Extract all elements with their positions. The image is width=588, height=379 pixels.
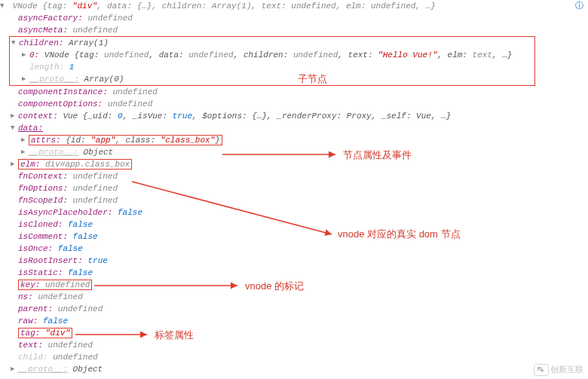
value: undefined bbox=[371, 2, 415, 11]
value: "Hello Vue!" bbox=[378, 50, 437, 60]
value: undefined bbox=[293, 50, 338, 60]
prop-name: data: bbox=[18, 124, 43, 133]
prop-name: elm: bbox=[20, 160, 40, 169]
prop-text[interactable]: text: undefined bbox=[0, 339, 588, 351]
summary-text: } bbox=[215, 136, 220, 145]
num: 0 bbox=[118, 112, 123, 121]
summary-text: VNode {tag: bbox=[13, 2, 72, 11]
value: undefined bbox=[291, 2, 335, 11]
caret-down-icon: ▼ bbox=[11, 122, 18, 134]
value: undefined bbox=[68, 26, 118, 35]
prop-length[interactable]: length: 1 bbox=[11, 61, 533, 73]
value: false bbox=[68, 232, 98, 241]
watermark: 创新互联 bbox=[534, 364, 583, 376]
value: false bbox=[63, 220, 93, 229]
prop-name: isOnce: bbox=[18, 244, 53, 253]
prop-name: __proto__: bbox=[29, 148, 78, 157]
prop-fnScopeId[interactable]: fnScopeId: undefined bbox=[0, 194, 588, 206]
vnode-root-line[interactable]: ▼ VNode {tag: "div", data: {…}, children… bbox=[0, 0, 588, 12]
prop-isCloned[interactable]: isCloned: false bbox=[0, 219, 588, 231]
prop-proto-root[interactable]: ▶__proto__: Object bbox=[0, 363, 588, 375]
prop-proto[interactable]: ▶__proto__: Array(0) bbox=[11, 73, 533, 85]
prop-tag[interactable]: tag: "div" bbox=[0, 327, 588, 339]
prop-name: raw: bbox=[18, 316, 38, 326]
value: Array(1) bbox=[63, 38, 108, 47]
summary-text: , data: bbox=[149, 50, 188, 60]
prop-name: asyncFactory: bbox=[18, 14, 83, 23]
prop-name: isRootInsert: bbox=[18, 256, 83, 265]
prop-name: length: bbox=[29, 63, 64, 72]
caret-down-icon: ▼ bbox=[11, 37, 19, 49]
prop-attrs[interactable]: ▶attrs: {id: "app", class: "class_box"} bbox=[0, 134, 588, 146]
prop-ns[interactable]: ns: undefined bbox=[0, 291, 588, 303]
prop-fnOptions[interactable]: fnOptions: undefined bbox=[0, 182, 588, 194]
prop-isStatic[interactable]: isStatic: false bbox=[0, 267, 588, 279]
prop-fnContext[interactable]: fnContext: undefined bbox=[0, 170, 588, 182]
value: Object bbox=[68, 365, 103, 374]
prop-name: isStatic: bbox=[18, 268, 63, 277]
value: undefined bbox=[40, 280, 90, 289]
value: false bbox=[53, 244, 83, 253]
summary-text: , …} bbox=[492, 50, 512, 60]
prop-key[interactable]: key: undefined bbox=[0, 279, 588, 291]
prop-data[interactable]: ▼data: bbox=[0, 122, 588, 134]
summary-text: {id: bbox=[61, 136, 91, 145]
value: "app" bbox=[90, 136, 115, 145]
info-icon[interactable]: ⓘ bbox=[575, 0, 583, 12]
value: false bbox=[38, 316, 68, 326]
prop-context[interactable]: ▶context: Vue {_uid: 0, _isVue: true, $o… bbox=[0, 110, 588, 122]
prop-isRootInsert[interactable]: isRootInsert: true bbox=[0, 255, 588, 267]
prop-children[interactable]: ▼children: Array(1) bbox=[11, 37, 533, 49]
prop-name: __proto__: bbox=[29, 75, 79, 84]
prop-child[interactable]: child: undefined bbox=[0, 351, 588, 363]
logo-icon bbox=[534, 364, 549, 376]
prop-name: tag: bbox=[20, 329, 40, 338]
caret-right-icon: ▶ bbox=[11, 363, 18, 375]
value: div#app.class_box bbox=[40, 160, 130, 169]
children-box: ▼children: Array(1) ▶0: VNode {tag: unde… bbox=[9, 36, 535, 86]
value: undefined bbox=[103, 99, 152, 109]
prop-name: isComment: bbox=[18, 232, 68, 241]
value: true bbox=[83, 256, 108, 265]
caret-right-icon: ▶ bbox=[11, 110, 18, 122]
prop-asyncFactory[interactable]: asyncFactory: undefined bbox=[0, 12, 588, 24]
caret-right-icon: ▶ bbox=[21, 134, 29, 146]
prop-componentInstance[interactable]: componentInstance: undefined bbox=[0, 86, 588, 98]
attrs-box: attrs: {id: "app", class: "class_box"} bbox=[29, 135, 222, 145]
value: undefined bbox=[188, 50, 233, 60]
prop-name: fnContext: bbox=[18, 172, 68, 181]
caret-right-icon: ▶ bbox=[22, 73, 29, 85]
value: false bbox=[112, 208, 142, 217]
prop-proto-data[interactable]: ▶__proto__: Object bbox=[0, 146, 588, 158]
prop-isAsyncPlaceholder[interactable]: isAsyncPlaceholder: false bbox=[0, 206, 588, 219]
summary-text: VNode {tag: bbox=[39, 50, 104, 60]
value: "div" bbox=[40, 329, 70, 338]
value: undefined bbox=[68, 196, 118, 205]
prop-isOnce[interactable]: isOnce: false bbox=[0, 243, 588, 255]
prop-componentOptions[interactable]: componentOptions: undefined bbox=[0, 98, 588, 110]
watermark-text: 创新互联 bbox=[550, 365, 583, 374]
prop-name: parent: bbox=[18, 304, 53, 313]
prop-asyncMeta[interactable]: asyncMeta: undefined bbox=[0, 24, 588, 36]
summary-text: , …} bbox=[415, 2, 435, 11]
value: "div" bbox=[72, 2, 97, 11]
value: undefined bbox=[68, 184, 118, 193]
prop-name: __proto__: bbox=[18, 365, 68, 374]
prop-raw[interactable]: raw: false bbox=[0, 315, 588, 327]
value: undefined bbox=[108, 87, 158, 96]
caret-right-icon: ▶ bbox=[22, 49, 29, 61]
prop-name: componentInstance: bbox=[18, 87, 108, 96]
value: Array(0) bbox=[79, 75, 124, 84]
prop-name: isCloned: bbox=[18, 220, 63, 229]
prop-name: ns: bbox=[18, 292, 33, 301]
prop-parent[interactable]: parent: undefined bbox=[0, 303, 588, 315]
value: text bbox=[473, 50, 492, 60]
prop-name: key: bbox=[20, 280, 40, 289]
value: undefined bbox=[43, 341, 93, 350]
value: undefined bbox=[83, 14, 133, 23]
prop-elm[interactable]: ▶elm: div#app.class_box bbox=[0, 158, 588, 170]
prop-isComment[interactable]: isComment: false bbox=[0, 231, 588, 243]
summary-text: , elm: bbox=[437, 50, 472, 60]
prop-name: componentOptions: bbox=[18, 99, 103, 109]
child-0[interactable]: ▶0: VNode {tag: undefined, data: undefin… bbox=[11, 49, 533, 61]
